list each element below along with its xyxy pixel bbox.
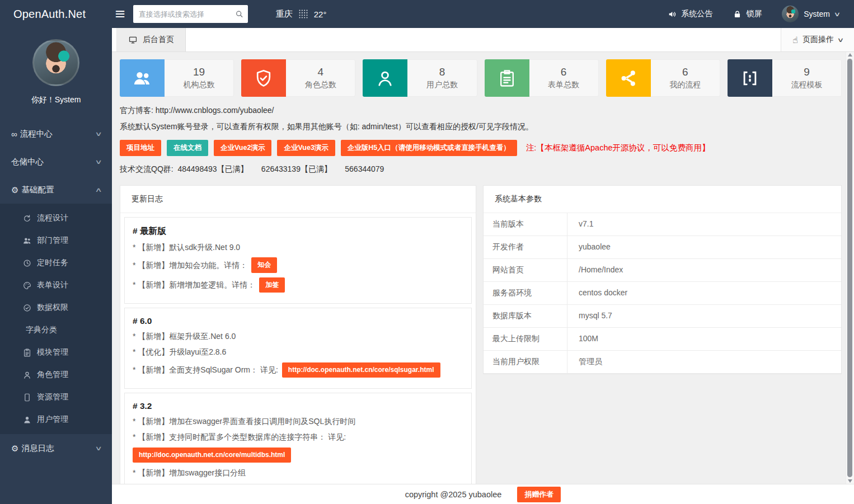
page-actions-dropdown[interactable]: ☝ 页面操作 ∨ [781,28,854,51]
page-actions-label: 页面操作 [803,35,834,45]
sidebar-submenu: 流程设计部门管理定时任务表单设计数据权限字典分类模块管理角色管理资源管理用户管理 [0,204,112,434]
footer: copyright @2025 yubaolee 捐赠作者 [112,484,854,504]
sidebar-menu-item[interactable]: ⚙消息日志∨ [0,434,112,462]
sidebar-submenu-item[interactable]: 资源管理 [0,386,112,408]
qq-line: 技术交流QQ群: 484498493【已满】 626433139【已满】 566… [120,164,842,175]
gear-icon: ⚙ [11,186,18,194]
changelog-item-text: * 【新增】默认sdk升级.Net 9.0 [133,242,240,253]
changelog-link-button[interactable]: 知会 [251,257,277,272]
link-button[interactable]: 企业Vue2演示 [214,140,271,156]
tab-dashboard[interactable]: 后台首页 [116,28,186,51]
search-input[interactable] [133,5,248,23]
license-note: 注:【本框架遵循Apache开源协议，可以免费商用】 [526,143,710,153]
changelog-item: * 【新增】框架升级至.Net 6.0 [133,331,463,342]
sidebar-menu-item[interactable]: 仓储中心∨ [0,148,112,176]
changelog-section: # 最新版* 【新增】默认sdk升级.Net 9.0* 【新增】增加知会功能。详… [124,217,472,304]
stat-card[interactable]: 6我的流程 [606,59,720,97]
table-row: 开发作者yubaolee [484,236,841,259]
greeting-text: 你好！System [0,95,112,105]
param-value: 管理员 [567,351,841,373]
changelog-item-text: * 【优化】升级layui至2.8.6 [133,346,226,357]
changelog-section-heading: # 3.2 [133,401,463,411]
sidebar-submenu-item[interactable]: 流程设计 [0,207,112,229]
sidebar-submenu-item[interactable]: 模块管理 [0,341,112,364]
link-button[interactable]: 项目地址 [120,140,161,156]
scrollbar-down-arrow[interactable] [848,479,852,483]
stat-value: 6 [682,66,688,78]
changelog-item-text: * 【新增】增加swagger接口分组 [133,467,246,478]
stat-body: 19机构总数 [165,59,234,97]
stat-body: 6表单总数 [529,59,599,97]
sidebar-submenu-item[interactable]: 数据权限 [0,296,112,319]
sidebar-submenu-label: 资源管理 [37,392,68,402]
donate-button[interactable]: 捐赠作者 [517,487,561,502]
stat-label: 用户总数 [426,80,458,90]
sidebar-menu: ∞流程中心∨仓储中心∨⚙基础配置∧流程设计部门管理定时任务表单设计数据权限字典分… [0,120,112,462]
param-label: 最大上传限制 [484,328,567,350]
link-button[interactable]: 企业Vue3演示 [277,140,335,156]
sidebar-submenu-item[interactable]: 部门管理 [0,229,112,252]
changelog-link-button[interactable]: http://doc.openauth.net.cn/core/multidbs… [133,448,291,463]
speaker-icon [668,10,677,19]
share-icon [618,68,639,88]
stat-value: 4 [317,66,323,78]
stat-body: 9流程模板 [772,59,842,97]
stat-card[interactable]: 19机构总数 [120,59,234,97]
vertical-scrollbar[interactable] [846,51,854,484]
sidebar-menu-item[interactable]: ⚙基础配置∧ [0,176,112,204]
changelog-item: * 【优化】升级layui至2.8.6 [133,346,463,357]
stat-card[interactable]: 9流程模板 [728,59,842,97]
scrollbar-up-arrow[interactable] [848,53,852,56]
param-value: yubaolee [567,236,841,258]
changelog-item: * 【新增】默认sdk升级.Net 9.0 [133,242,463,253]
person-icon [22,415,37,425]
links-row: 项目地址在线文档企业Vue2演示企业Vue3演示企业版H5入口（请使用移动模式或… [120,140,842,156]
announcement-label: 系统公告 [681,9,712,19]
sidebar-submenu-label: 用户管理 [37,414,68,425]
sidebar-submenu-item[interactable]: 字典分类 [0,319,112,341]
search-icon[interactable] [234,10,244,19]
stat-card[interactable]: 4角色总数 [241,59,355,97]
sidebar-submenu-item[interactable]: 角色管理 [0,364,112,386]
param-label: 当前版本 [484,213,567,235]
user-menu[interactable]: System ∨ [782,6,839,22]
table-row: 数据库版本mysql 5.7 [484,305,841,328]
stat-icon-box [728,59,772,97]
param-label: 服务器环境 [484,282,567,304]
panels-row: 更新日志 # 最新版* 【新增】默认sdk升级.Net 9.0* 【新增】增加知… [120,185,842,484]
menu-toggle-icon[interactable]: ≡ [115,7,125,22]
link-button[interactable]: 在线文档 [167,140,208,156]
changelog-link-button[interactable]: 加签 [259,277,285,293]
changelog-item: * 【新增】支持同时配置多个类型数据库的连接字符串： 详见: [133,431,463,442]
stat-icon-box [363,59,407,97]
table-row: 服务器环境centos docker [484,282,841,305]
lock-icon [733,10,742,19]
stat-card[interactable]: 6表单总数 [485,59,599,97]
palette-icon [22,281,37,290]
stat-icon-box [120,59,165,97]
stat-icon-box [241,59,286,97]
stat-card[interactable]: 8用户总数 [363,59,477,97]
clock-icon [22,258,37,268]
param-value: /Home/Index [567,259,841,281]
clipboard-icon [22,348,37,357]
search-box [133,5,248,23]
announcement-button[interactable]: 系统公告 [668,9,712,19]
sidebar-menu-item[interactable]: ∞流程中心∨ [0,120,112,148]
param-value: v7.1 [567,213,841,235]
link-button[interactable]: 企业版H5入口（请使用移动模式或者直接手机查看） [341,140,517,156]
changelog-item: * 【新增】全面支持SqlSugar Orm： 详见:http://doc.op… [133,362,463,378]
stat-value: 8 [439,66,445,78]
scrollbar-thumb[interactable] [847,59,852,477]
intro-block: 官方博客: http://www.cnblogs.com/yubaolee/ 系… [120,106,842,175]
changelog-link-button[interactable]: http://doc.openauth.net.cn/core/sqlsugar… [282,362,440,378]
weather-widget: 重庆 22° [276,8,327,20]
param-label: 数据库版本 [484,305,567,327]
param-label: 网站首页 [484,259,567,281]
lock-screen-button[interactable]: 锁屏 [733,9,762,19]
chevron-up-icon: ∧ [95,186,102,194]
sidebar-submenu-item[interactable]: 表单设计 [0,274,112,296]
stat-icon-box [606,59,651,97]
sidebar-submenu-item[interactable]: 用户管理 [0,408,112,431]
sidebar-submenu-item[interactable]: 定时任务 [0,252,112,274]
